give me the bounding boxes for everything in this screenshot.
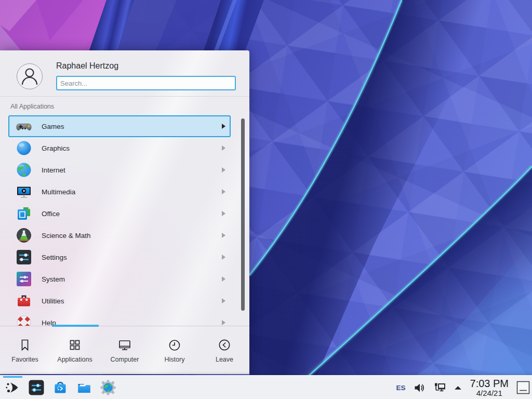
launcher-active-indicator (3, 376, 22, 378)
office-icon (16, 205, 32, 222)
taskbar: ES 7:03 PM 4/24/21 (0, 375, 532, 399)
keyboard-layout-indicator[interactable]: ES (396, 384, 406, 392)
tab-leave[interactable]: Leave (200, 327, 249, 374)
tab-bar: Favorites Applications (0, 327, 249, 374)
submenu-arrow-icon (222, 298, 225, 303)
shopping-bag-icon (52, 379, 69, 396)
taskbar-launcher-button[interactable] (4, 379, 21, 396)
category-list: Games Graphics (0, 115, 249, 326)
section-label: All Applications (10, 103, 54, 110)
launcher-header: Raphael Hertzog (0, 50, 249, 96)
taskbar-web-browser-button[interactable] (100, 379, 116, 396)
category-row-graphics[interactable]: Graphics (8, 137, 231, 159)
category-label: Science & Math (42, 232, 91, 240)
clock-time: 7:03 PM (470, 378, 509, 389)
speaker-icon[interactable] (413, 381, 426, 394)
utilities-icon (16, 292, 32, 309)
submenu-arrow-icon (222, 124, 225, 129)
category-row-office[interactable]: Office (8, 203, 231, 224)
taskbar-file-manager-button[interactable] (76, 379, 92, 396)
network-icon[interactable] (433, 381, 447, 395)
category-label: Internet (42, 166, 65, 174)
submenu-arrow-icon (222, 233, 225, 238)
scrollbar[interactable] (241, 118, 245, 311)
tab-label: Computer (111, 356, 139, 363)
submenu-arrow-icon (222, 276, 225, 282)
tabbar-separator (0, 326, 249, 326)
tab-label: Applications (57, 356, 92, 363)
category-row-system[interactable]: System (8, 268, 231, 290)
multimedia-icon (16, 183, 32, 200)
category-label: Games (42, 123, 64, 130)
system-tray: ES 7:03 PM 4/24/21 (396, 376, 530, 399)
clock-date: 4/24/21 (470, 389, 509, 397)
category-label: Office (42, 210, 60, 218)
category-label: System (42, 275, 65, 283)
submenu-arrow-icon (222, 255, 225, 260)
category-row-games[interactable]: Games (8, 115, 231, 137)
folder-icon (76, 379, 92, 396)
tab-applications[interactable]: Applications (50, 327, 100, 374)
tab-label: History (165, 356, 185, 363)
help-icon (16, 314, 32, 326)
submenu-arrow-icon (222, 145, 225, 151)
header-separator (0, 96, 249, 97)
submenu-arrow-icon (222, 320, 225, 325)
globe-gear-icon (100, 379, 116, 396)
category-row-help[interactable]: Help (8, 312, 231, 326)
tab-history[interactable]: History (150, 327, 200, 374)
digital-clock[interactable]: 7:03 PM 4/24/21 (470, 378, 509, 397)
user-icon (17, 64, 42, 89)
show-desktop-button[interactable] (516, 381, 530, 394)
user-name: Raphael Hertzog (56, 61, 118, 71)
system-icon (16, 271, 32, 287)
desktop-peek-icon (516, 381, 530, 394)
category-row-settings[interactable]: Settings (8, 246, 231, 268)
settings-icon (16, 249, 32, 265)
submenu-arrow-icon (222, 167, 225, 172)
user-avatar[interactable] (17, 63, 43, 89)
bookmark-icon (18, 338, 32, 352)
games-icon (16, 118, 32, 135)
science-icon (16, 227, 32, 244)
submenu-arrow-icon (222, 211, 225, 216)
clock-icon (167, 338, 182, 352)
category-row-utilities[interactable]: Utilities (8, 290, 231, 312)
category-row-multimedia[interactable]: Multimedia (8, 181, 231, 203)
category-row-science[interactable]: Science & Math (8, 224, 231, 246)
category-label: Settings (42, 254, 67, 261)
category-label: Multimedia (42, 188, 75, 196)
monitor-icon (117, 338, 132, 352)
taskbar-app-icons (4, 379, 116, 396)
internet-icon (16, 162, 32, 178)
graphics-icon (16, 140, 32, 156)
taskbar-system-settings-button[interactable] (28, 379, 45, 396)
kde-kickoff-icon (4, 379, 21, 396)
application-launcher-menu: Raphael Hertzog All Applications (0, 50, 249, 374)
caret-up-icon[interactable] (454, 383, 462, 392)
category-label: Graphics (42, 144, 70, 152)
desktop: Raphael Hertzog All Applications (0, 0, 532, 399)
grid-icon (68, 338, 82, 352)
sliders-icon (28, 379, 45, 396)
search-input[interactable] (56, 76, 236, 90)
tab-favorites[interactable]: Favorites (0, 327, 50, 374)
submenu-arrow-icon (222, 189, 225, 194)
category-row-internet[interactable]: Internet (8, 159, 231, 181)
tab-label: Leave (216, 356, 233, 363)
category-label: Utilities (42, 297, 64, 305)
tab-computer[interactable]: Computer (100, 327, 150, 374)
taskbar-discover-button[interactable] (52, 379, 69, 396)
tab-label: Favorites (11, 356, 38, 363)
leave-icon (217, 338, 232, 352)
